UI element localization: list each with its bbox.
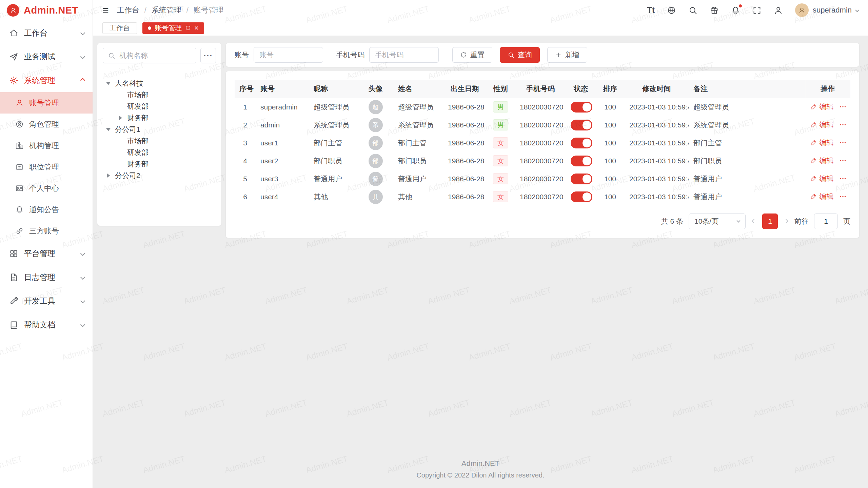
cell-name: 普通用户 [393,170,443,188]
row-more-button[interactable] [839,175,847,182]
account-input[interactable] [254,47,323,63]
tab-workbench[interactable]: 工作台 [102,22,137,34]
link-icon [15,227,24,235]
row-more-button[interactable] [839,121,847,128]
tree-node-label: 财务部 [127,159,149,169]
row-more-button[interactable] [839,193,847,200]
tree-node-label: 财务部 [127,113,149,123]
sidebar-item-role-mgmt[interactable]: 角色管理 [0,114,93,135]
more-icon [839,193,847,200]
avatar: 超 [369,100,383,114]
phone-input[interactable] [369,47,439,63]
sidebar-item-help[interactable]: 帮助文档 [0,313,93,337]
prev-page-button[interactable] [751,220,757,223]
tree-node-child[interactable]: 市场部 [103,135,216,147]
sidebar-item-biz-test[interactable]: 业务测试 [0,45,93,68]
user-menu[interactable]: superadmin [795,3,859,17]
sidebar-item-workbench[interactable]: 工作台 [0,21,93,45]
org-tree-panel: ··· 大名科技 市场部 研发部 [97,43,221,226]
sidebar-item-system[interactable]: 系统管理 [0,68,93,92]
search-icon[interactable] [688,6,697,15]
sidebar-item-notice[interactable]: 通知公告 [0,199,93,220]
tab-bar: 工作台 账号管理 × [93,20,868,36]
globe-icon [667,6,676,15]
sidebar-item-personal-center[interactable]: 个人中心 [0,178,93,199]
layout-config-icon[interactable] [710,6,719,15]
caret-right-icon[interactable] [119,116,122,120]
gear-icon [9,76,18,85]
tree-node-root[interactable]: 大名科技 [103,78,216,89]
tree-more-button[interactable]: ··· [200,48,216,63]
add-label: 新增 [565,50,579,60]
breadcrumb-item[interactable]: 系统管理 [152,5,181,15]
sidebar-item-label: 系统管理 [24,75,55,86]
sidebar-item-org-mgmt[interactable]: 机构管理 [0,135,93,156]
tree-node-child[interactable]: 研发部 [103,101,216,112]
tree-node-child[interactable]: 财务部 [103,112,216,124]
notification-icon[interactable] [731,6,740,15]
edit-button[interactable]: 编辑 [810,120,834,129]
edit-button[interactable]: 编辑 [810,138,834,147]
tree-node-child[interactable]: 财务部 [103,158,216,170]
username: superadmin [813,6,852,15]
edit-icon [810,175,817,182]
profile-icon[interactable] [774,6,783,15]
edit-button[interactable]: 编辑 [810,102,834,111]
row-more-button[interactable] [839,157,847,164]
cell-remark: 部门职员 [689,152,805,170]
caret-right-icon[interactable] [107,173,110,178]
page-size-select[interactable]: 10条/页 [689,214,746,229]
cell-order: 100 [596,98,625,116]
search-button[interactable]: 查询 [500,47,540,63]
font-size-icon[interactable]: Tt [647,6,655,14]
caret-down-icon[interactable] [106,128,111,131]
status-toggle[interactable] [571,102,592,113]
language-icon[interactable] [667,6,676,15]
refresh-icon[interactable] [185,25,191,31]
org-search-input[interactable] [103,48,196,63]
sidebar-item-logs[interactable]: 日志管理 [0,265,93,289]
cell-remark: 普通用户 [689,170,805,188]
cell-modified: 2023-01-03 10:59:44 [625,188,689,206]
sidebar-item-devtools[interactable]: 开发工具 [0,289,93,313]
sidebar-item-third-party-account[interactable]: 三方账号 [0,220,93,242]
tree-node-child[interactable]: 研发部 [103,147,216,158]
next-page-button[interactable] [783,220,789,223]
brand[interactable]: Admin.NET [0,0,93,20]
chevron-down-icon [736,219,740,222]
breadcrumb-item[interactable]: 工作台 [117,5,139,15]
status-toggle[interactable] [571,156,592,166]
table-row: 5 user3 普通用户 普 普通用户 1986-06-28 女 1802003… [235,170,850,188]
page-number-button[interactable]: 1 [762,214,778,229]
close-icon[interactable]: × [194,24,199,32]
cell-index: 2 [235,116,256,134]
fullscreen-icon[interactable] [752,6,762,15]
add-button[interactable]: 新增 [547,47,587,63]
sidebar-item-account-mgmt[interactable]: 账号管理 [0,92,93,114]
search-icon [108,52,115,59]
row-more-button[interactable] [839,139,847,146]
status-toggle[interactable] [571,120,592,130]
tree-node-root[interactable]: 分公司1 [103,124,216,135]
status-toggle[interactable] [571,174,592,184]
reset-button[interactable]: 重置 [452,47,492,63]
tree-node-root[interactable]: 分公司2 [103,170,216,181]
edit-button[interactable]: 编辑 [810,174,834,183]
caret-down-icon[interactable] [106,82,111,85]
edit-button[interactable]: 编辑 [810,192,834,201]
tree-node-label: 分公司2 [115,171,140,180]
tree-node-child[interactable]: 市场部 [103,89,216,101]
user-table-panel: 序号 账号 昵称 头像 姓名 出生日期 性别 手机号码 状态 排序 修改时间 [226,71,859,238]
sidebar-item-platform[interactable]: 平台管理 [0,242,93,265]
status-toggle[interactable] [571,138,592,148]
col-status: 状态 [566,80,596,98]
cell-modified: 2023-01-03 10:59:44 [625,170,689,188]
sidebar-item-position-mgmt[interactable]: 职位管理 [0,156,93,178]
edit-button[interactable]: 编辑 [810,156,834,165]
hamburger-icon[interactable]: ≡ [102,5,109,16]
tab-account-mgmt[interactable]: 账号管理 × [142,22,204,34]
more-icon [839,121,847,128]
goto-page-input[interactable] [814,214,838,229]
row-more-button[interactable] [839,103,847,110]
status-toggle[interactable] [571,191,592,202]
